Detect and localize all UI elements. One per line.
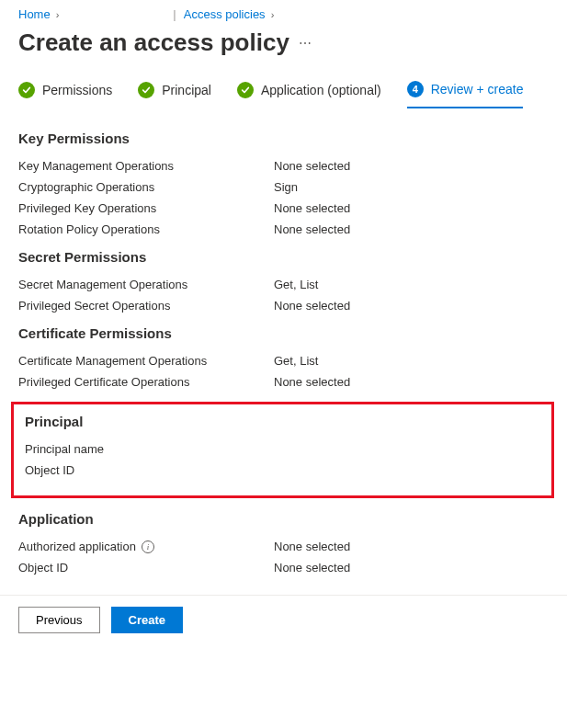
breadcrumb-home[interactable]: Home <box>18 7 51 21</box>
section-title-application: Application <box>18 511 549 527</box>
kv-label: Object ID <box>18 561 274 574</box>
step-principal[interactable]: Principal <box>138 81 211 108</box>
page-header: Create an access policy ⋯ <box>0 25 567 74</box>
kv-label: Cryptographic Operations <box>18 180 274 194</box>
section-title-key: Key Permissions <box>18 131 549 146</box>
create-button[interactable]: Create <box>111 607 183 633</box>
section-title-secret: Secret Permissions <box>18 249 549 265</box>
kv-row: Object ID <box>25 463 540 477</box>
step-number-icon: 4 <box>407 81 424 97</box>
kv-value: None selected <box>274 201 350 215</box>
kv-label: Object ID <box>25 463 280 477</box>
step-label: Application (optional) <box>261 83 381 97</box>
kv-label: Privileged Secret Operations <box>18 299 274 313</box>
kv-row: Secret Management Operations Get, List <box>18 278 549 291</box>
kv-row: Authorized application i None selected <box>18 540 549 553</box>
step-label: Review + create <box>431 82 524 97</box>
check-icon <box>237 82 254 98</box>
breadcrumb: Home › | Access policies › <box>0 0 567 25</box>
kv-row: Object ID None selected <box>18 561 549 574</box>
chevron-right-icon: › <box>271 9 275 20</box>
step-permissions[interactable]: Permissions <box>18 81 112 108</box>
kv-value: None selected <box>274 375 350 389</box>
section-title-certificate: Certificate Permissions <box>18 325 549 341</box>
kv-label: Certificate Management Operations <box>18 354 274 368</box>
kv-label: Key Management Operations <box>18 159 274 173</box>
step-application[interactable]: Application (optional) <box>237 81 381 108</box>
page-title: Create an access policy <box>18 28 289 57</box>
kv-value: None selected <box>274 222 350 236</box>
step-review[interactable]: 4 Review + create <box>407 81 524 108</box>
check-icon <box>138 82 154 98</box>
kv-value: None selected <box>274 540 350 553</box>
kv-label: Rotation Policy Operations <box>18 222 274 236</box>
kv-label: Secret Management Operations <box>18 278 274 291</box>
kv-row: Privileged Certificate Operations None s… <box>18 375 549 389</box>
kv-label: Principal name <box>25 442 280 456</box>
kv-row: Privileged Secret Operations None select… <box>18 299 549 313</box>
kv-label: Privileged Certificate Operations <box>18 375 274 389</box>
stepper: Permissions Principal Application (optio… <box>0 74 567 108</box>
kv-value: None selected <box>274 561 350 574</box>
kv-row: Rotation Policy Operations None selected <box>18 222 549 236</box>
principal-highlight: Principal Principal name Object ID <box>11 402 554 498</box>
kv-label: Privileged Key Operations <box>18 201 274 215</box>
section-title-principal: Principal <box>25 414 540 429</box>
kv-value: Sign <box>274 180 298 194</box>
breadcrumb-access-policies[interactable]: Access policies <box>184 7 266 21</box>
previous-button[interactable]: Previous <box>18 607 100 633</box>
kv-label: Authorized application i <box>18 540 274 553</box>
kv-row: Cryptographic Operations Sign <box>18 180 549 194</box>
kv-value: None selected <box>274 299 350 313</box>
kv-value: None selected <box>274 159 350 173</box>
kv-value: Get, List <box>274 278 318 291</box>
kv-value: Get, List <box>274 354 318 368</box>
step-label: Permissions <box>42 83 112 97</box>
kv-row: Principal name <box>25 442 540 456</box>
check-icon <box>18 82 35 98</box>
footer: Previous Create <box>0 595 567 644</box>
separator-icon: | <box>173 7 176 21</box>
kv-row: Privileged Key Operations None selected <box>18 201 549 215</box>
chevron-right-icon: › <box>56 9 60 20</box>
info-icon[interactable]: i <box>142 540 154 553</box>
kv-row: Key Management Operations None selected <box>18 159 549 173</box>
step-label: Principal <box>162 83 211 97</box>
review-content: Key Permissions Key Management Operation… <box>0 108 567 595</box>
kv-row: Certificate Management Operations Get, L… <box>18 354 549 368</box>
more-icon[interactable]: ⋯ <box>299 36 312 51</box>
kv-label-text: Authorized application <box>18 540 136 553</box>
